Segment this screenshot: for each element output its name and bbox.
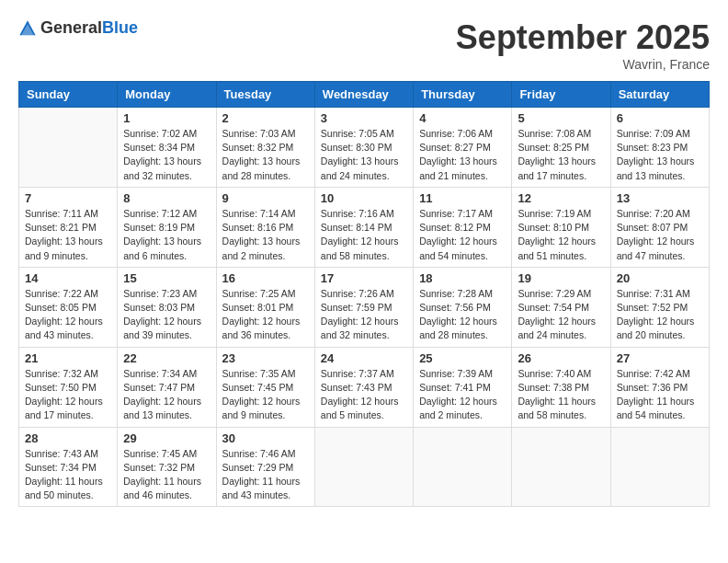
day-info: Sunrise: 7:29 AM Sunset: 7:54 PM Dayligh… [518,287,604,343]
day-number: 26 [518,351,604,365]
calendar-cell [19,108,118,188]
calendar-cell [610,427,709,507]
day-info: Sunrise: 7:17 AM Sunset: 8:12 PM Dayligh… [419,207,506,263]
day-info: Sunrise: 7:45 AM Sunset: 7:32 PM Dayligh… [123,447,210,503]
day-number: 17 [321,271,407,285]
calendar-cell: 18Sunrise: 7:28 AM Sunset: 7:56 PM Dayli… [414,267,512,347]
calendar-cell: 19Sunrise: 7:29 AM Sunset: 7:54 PM Dayli… [512,267,610,347]
day-number: 14 [25,271,111,285]
day-number: 1 [123,111,210,125]
day-info: Sunrise: 7:43 AM Sunset: 7:34 PM Dayligh… [25,447,111,503]
day-info: Sunrise: 7:31 AM Sunset: 7:52 PM Dayligh… [617,287,703,343]
calendar-header-wednesday: Wednesday [314,82,413,108]
day-info: Sunrise: 7:11 AM Sunset: 8:21 PM Dayligh… [25,207,111,263]
day-number: 29 [123,431,210,445]
day-number: 4 [419,111,506,125]
logo-blue: Blue [102,18,138,37]
day-info: Sunrise: 7:22 AM Sunset: 8:05 PM Dayligh… [25,287,111,343]
day-info: Sunrise: 7:46 AM Sunset: 7:29 PM Dayligh… [222,447,309,503]
calendar-cell: 22Sunrise: 7:34 AM Sunset: 7:47 PM Dayli… [118,347,216,427]
calendar-cell: 3Sunrise: 7:05 AM Sunset: 8:30 PM Daylig… [314,108,413,188]
day-info: Sunrise: 7:40 AM Sunset: 7:38 PM Dayligh… [518,367,604,423]
calendar-header-saturday: Saturday [610,82,709,108]
day-info: Sunrise: 7:06 AM Sunset: 8:27 PM Dayligh… [419,127,506,183]
calendar-week-row: 1Sunrise: 7:02 AM Sunset: 8:34 PM Daylig… [19,108,710,188]
calendar-header-thursday: Thursday [414,82,512,108]
day-info: Sunrise: 7:37 AM Sunset: 7:43 PM Dayligh… [321,367,407,423]
day-number: 9 [222,191,309,205]
day-number: 7 [25,191,111,205]
day-number: 27 [617,351,703,365]
calendar-week-row: 21Sunrise: 7:32 AM Sunset: 7:50 PM Dayli… [19,347,710,427]
calendar-cell: 20Sunrise: 7:31 AM Sunset: 7:52 PM Dayli… [610,267,709,347]
day-info: Sunrise: 7:09 AM Sunset: 8:23 PM Dayligh… [617,127,703,183]
day-number: 10 [321,191,407,205]
day-number: 8 [123,191,210,205]
calendar-cell: 14Sunrise: 7:22 AM Sunset: 8:05 PM Dayli… [19,267,118,347]
calendar-cell [314,427,413,507]
day-info: Sunrise: 7:42 AM Sunset: 7:36 PM Dayligh… [617,367,703,423]
calendar-cell: 29Sunrise: 7:45 AM Sunset: 7:32 PM Dayli… [118,427,216,507]
calendar-cell: 17Sunrise: 7:26 AM Sunset: 7:59 PM Dayli… [314,267,413,347]
day-number: 18 [419,271,506,285]
day-info: Sunrise: 7:05 AM Sunset: 8:30 PM Dayligh… [321,127,407,183]
day-info: Sunrise: 7:35 AM Sunset: 7:45 PM Dayligh… [222,367,309,423]
day-info: Sunrise: 7:20 AM Sunset: 8:07 PM Dayligh… [617,207,703,263]
day-number: 20 [617,271,703,285]
day-number: 30 [222,431,309,445]
calendar-cell: 26Sunrise: 7:40 AM Sunset: 7:38 PM Dayli… [512,347,610,427]
day-number: 24 [321,351,407,365]
day-info: Sunrise: 7:19 AM Sunset: 8:10 PM Dayligh… [518,207,604,263]
day-number: 6 [617,111,703,125]
calendar-cell: 23Sunrise: 7:35 AM Sunset: 7:45 PM Dayli… [216,347,314,427]
logo-general: General [40,18,102,37]
calendar-cell: 4Sunrise: 7:06 AM Sunset: 8:27 PM Daylig… [414,108,512,188]
day-number: 12 [518,191,604,205]
calendar-cell: 21Sunrise: 7:32 AM Sunset: 7:50 PM Dayli… [19,347,118,427]
location: Wavrin, France [456,57,710,72]
calendar-cell: 6Sunrise: 7:09 AM Sunset: 8:23 PM Daylig… [610,108,709,188]
calendar-cell: 11Sunrise: 7:17 AM Sunset: 8:12 PM Dayli… [414,187,512,267]
day-number: 23 [222,351,309,365]
day-number: 2 [222,111,309,125]
calendar-week-row: 28Sunrise: 7:43 AM Sunset: 7:34 PM Dayli… [19,427,710,507]
calendar-cell: 12Sunrise: 7:19 AM Sunset: 8:10 PM Dayli… [512,187,610,267]
day-info: Sunrise: 7:34 AM Sunset: 7:47 PM Dayligh… [123,367,210,423]
calendar-header-tuesday: Tuesday [216,82,314,108]
calendar-cell: 24Sunrise: 7:37 AM Sunset: 7:43 PM Dayli… [314,347,413,427]
day-info: Sunrise: 7:02 AM Sunset: 8:34 PM Dayligh… [123,127,210,183]
day-number: 28 [25,431,111,445]
day-number: 22 [123,351,210,365]
day-info: Sunrise: 7:32 AM Sunset: 7:50 PM Dayligh… [25,367,111,423]
calendar-cell: 7Sunrise: 7:11 AM Sunset: 8:21 PM Daylig… [19,187,118,267]
day-number: 11 [419,191,506,205]
day-number: 3 [321,111,407,125]
day-number: 5 [518,111,604,125]
calendar-cell: 15Sunrise: 7:23 AM Sunset: 8:03 PM Dayli… [118,267,216,347]
page-header: GeneralBlue September 2025 Wavrin, Franc… [18,18,710,72]
day-info: Sunrise: 7:16 AM Sunset: 8:14 PM Dayligh… [321,207,407,263]
month-title: September 2025 [456,18,710,57]
calendar-header-row: SundayMondayTuesdayWednesdayThursdayFrid… [19,82,710,108]
day-info: Sunrise: 7:08 AM Sunset: 8:25 PM Dayligh… [518,127,604,183]
day-number: 16 [222,271,309,285]
calendar-cell: 27Sunrise: 7:42 AM Sunset: 7:36 PM Dayli… [610,347,709,427]
calendar-cell [414,427,512,507]
day-number: 19 [518,271,604,285]
calendar-header-monday: Monday [118,82,216,108]
logo-text: GeneralBlue [40,18,138,38]
day-info: Sunrise: 7:28 AM Sunset: 7:56 PM Dayligh… [419,287,506,343]
calendar-cell: 30Sunrise: 7:46 AM Sunset: 7:29 PM Dayli… [216,427,314,507]
calendar-cell: 28Sunrise: 7:43 AM Sunset: 7:34 PM Dayli… [19,427,118,507]
calendar-cell: 1Sunrise: 7:02 AM Sunset: 8:34 PM Daylig… [118,108,216,188]
calendar-cell: 9Sunrise: 7:14 AM Sunset: 8:16 PM Daylig… [216,187,314,267]
day-info: Sunrise: 7:23 AM Sunset: 8:03 PM Dayligh… [123,287,210,343]
calendar-cell: 8Sunrise: 7:12 AM Sunset: 8:19 PM Daylig… [118,187,216,267]
calendar-cell [512,427,610,507]
calendar-cell: 5Sunrise: 7:08 AM Sunset: 8:25 PM Daylig… [512,108,610,188]
day-info: Sunrise: 7:03 AM Sunset: 8:32 PM Dayligh… [222,127,309,183]
calendar-cell: 10Sunrise: 7:16 AM Sunset: 8:14 PM Dayli… [314,187,413,267]
calendar-cell: 2Sunrise: 7:03 AM Sunset: 8:32 PM Daylig… [216,108,314,188]
logo: GeneralBlue [18,18,138,38]
calendar-week-row: 7Sunrise: 7:11 AM Sunset: 8:21 PM Daylig… [19,187,710,267]
